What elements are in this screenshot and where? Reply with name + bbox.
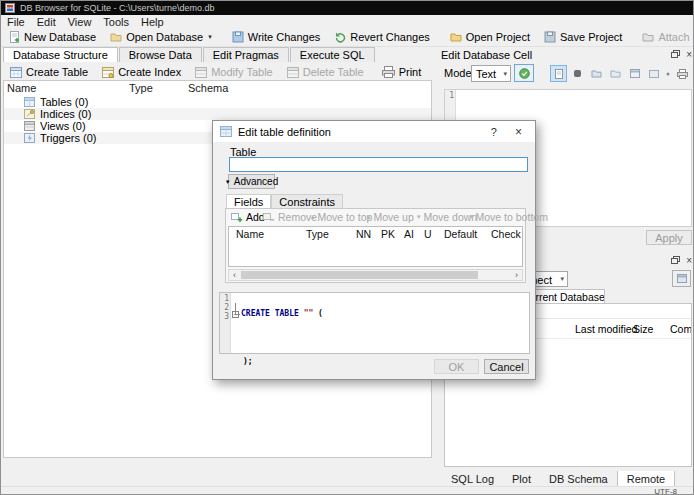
add-field-button[interactable]: Add [231,211,265,223]
mode-select[interactable]: Text ▾ [471,65,511,82]
open-database-icon [110,32,122,42]
menu-file[interactable]: File [1,16,31,28]
open-project-button[interactable]: Open Project [443,28,537,46]
advanced-button[interactable]: ▼ Advanced [228,174,275,189]
move-to-bottom-button[interactable]: ▾ Move to bottom [469,211,548,223]
close-panel-icon[interactable]: × [686,256,692,265]
column-size[interactable]: Size [633,323,653,335]
tab-sql-log[interactable]: SQL Log [442,471,503,487]
col-default[interactable]: Default [444,228,477,240]
save-project-icon [544,31,556,43]
modify-table-button[interactable]: Modify Table [188,63,280,81]
scroll-left-icon[interactable]: ‹ [229,270,240,280]
column-commit[interactable]: Commit [670,323,692,335]
remove-field-button[interactable]: Remove [263,211,317,223]
sql-line-2 [232,334,529,342]
edit-table-dialog: Edit table definition ? × Table ▼ Advanc… [212,120,536,380]
sql-gutter: 1 2 3 [220,293,231,353]
fields-table[interactable]: Name Type NN PK AI U Default Check [228,226,523,267]
move-to-bottom-icon: ▾ [469,213,473,221]
scroll-thumb[interactable] [241,271,478,279]
fullscreen-button[interactable] [645,65,662,82]
apply-button[interactable]: Apply [646,230,692,245]
tree-column-type[interactable]: Type [129,82,153,94]
open-database-button[interactable]: Open Database ▾ [103,28,219,46]
menubar: File Edit View Tools Help [1,15,694,28]
encoding-indicator[interactable]: UTF-8 [654,487,677,495]
table-name-input[interactable] [229,157,528,172]
advanced-arrow-icon: ▼ [225,179,231,185]
delete-table-button[interactable]: Delete Table [280,63,371,81]
triggers-icon [24,133,35,143]
write-changes-button[interactable]: Write Changes [225,28,328,46]
auto-apply-button[interactable] [514,64,534,82]
menu-view[interactable]: View [62,16,98,28]
open-database-dropdown-icon[interactable]: ▾ [208,33,212,41]
float-panel-icon[interactable] [671,50,680,59]
menu-help[interactable]: Help [135,16,170,28]
text-view-button[interactable] [550,65,567,82]
col-type[interactable]: Type [306,228,329,240]
column-last-modified[interactable]: Last modified [575,323,637,335]
attach-database-button[interactable]: Attach Database [635,28,694,46]
export-cell-button[interactable] [607,65,624,82]
move-up-button[interactable]: ▴ Move up [367,211,414,223]
tab-browse-data[interactable]: Browse Data [119,47,202,62]
dialog-help-button[interactable]: ? [485,126,503,138]
create-index-button[interactable]: Create Index [95,63,188,81]
menu-tools[interactable]: Tools [97,16,135,28]
move-to-top-button[interactable]: ▴ Move to top [311,211,372,223]
tab-edit-pragmas[interactable]: Edit Pragmas [203,47,289,62]
tree-item-indices[interactable]: Indices (0) [4,108,431,120]
ok-button[interactable]: OK [434,359,479,374]
tab-db-schema[interactable]: DB Schema [540,471,617,487]
revert-changes-button[interactable]: Revert Changes [327,28,437,46]
col-check[interactable]: Check [491,228,521,240]
tab-fields[interactable]: Fields [226,194,271,209]
tab-execute-sql[interactable]: Execute SQL [290,47,375,62]
dialog-close-button[interactable]: × [509,125,528,139]
sql-line-number: 2 [220,303,229,312]
set-null-button[interactable] [569,65,586,82]
attach-database-icon [642,32,654,42]
col-nn[interactable]: NN [356,228,371,240]
tree-item-tables[interactable]: Tables (0) [4,96,431,108]
close-panel-icon[interactable]: × [686,50,692,59]
open-in-window-button[interactable] [626,65,643,82]
tab-database-structure[interactable]: Database Structure [3,47,118,62]
window-icon [630,69,640,78]
print-cell-button[interactable] [674,65,691,82]
page-icon [555,69,563,79]
import-icon [591,69,602,78]
scroll-right-icon[interactable]: › [511,270,522,280]
float-panel-icon[interactable] [671,256,680,265]
dot-icon [666,72,670,76]
col-pk[interactable]: PK [381,228,395,240]
menu-edit[interactable]: Edit [31,16,62,28]
overflow-button[interactable] [664,65,672,82]
print-button[interactable]: Print [375,63,429,81]
cell-panel-title: Edit Database Cell [441,49,665,61]
main-toolbar: New Database Open Database ▾ Write Chang… [1,28,694,47]
save-project-button[interactable]: Save Project [537,28,629,46]
col-name[interactable]: Name [236,228,264,240]
create-table-button[interactable]: Create Table [3,63,95,81]
dialog-titlebar: Edit table definition ? × [213,121,535,142]
window-title: DB Browser for SQLite - C:\Users\turne\d… [20,3,215,13]
fields-hscrollbar[interactable]: ‹ › [228,269,523,281]
sql-preview: 1 2 3 −CREATE TABLE "" ( ); [219,292,530,354]
null-icon [573,69,582,78]
tree-column-schema[interactable]: Schema [188,82,228,94]
new-database-button[interactable]: New Database [3,28,103,46]
col-ai[interactable]: AI [404,228,414,240]
tab-constraints[interactable]: Constraints [271,194,343,209]
remote-settings-icon [677,274,687,283]
remote-settings-button[interactable] [672,270,691,287]
cancel-button[interactable]: Cancel [484,359,529,374]
tab-plot[interactable]: Plot [503,471,540,487]
move-to-top-icon: ▴ [311,213,315,221]
tree-column-name[interactable]: Name [7,82,36,94]
col-u[interactable]: U [424,228,432,240]
import-cell-button[interactable] [588,65,605,82]
structure-toolbar: Create Table Create Index Modify Table D… [1,63,431,81]
